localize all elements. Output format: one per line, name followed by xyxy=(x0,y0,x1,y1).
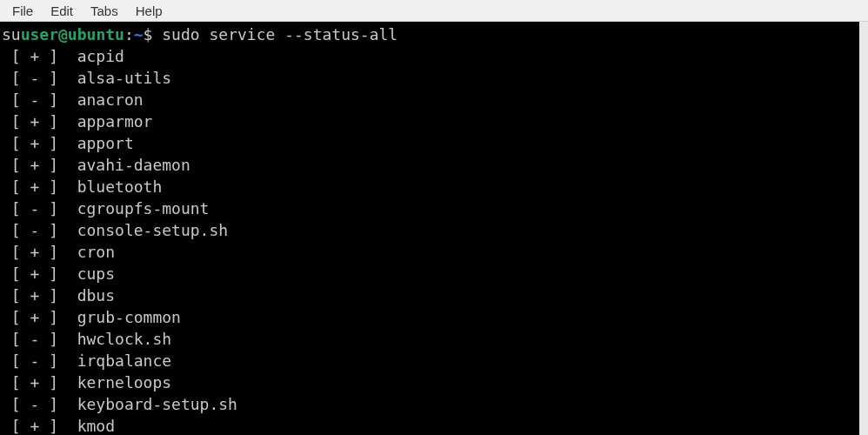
service-line: [ - ] cgroupfs-mount xyxy=(2,197,859,219)
prompt-colon: : xyxy=(124,23,134,45)
menu-tabs[interactable]: Tabs xyxy=(82,2,127,20)
service-line: [ - ] console-setup.sh xyxy=(2,219,859,241)
menubar: File Edit Tabs Help xyxy=(0,0,868,22)
service-line: [ + ] kmod xyxy=(2,415,859,435)
service-line: [ + ] dbus xyxy=(2,284,859,306)
service-line: [ + ] avahi-daemon xyxy=(2,154,859,176)
menu-file[interactable]: File xyxy=(3,2,42,20)
service-line: [ - ] alsa-utils xyxy=(2,67,859,89)
services-output: [ + ] acpid [ - ] alsa-utils [ - ] anacr… xyxy=(2,45,859,435)
service-line: [ + ] kerneloops xyxy=(2,371,859,393)
spacer xyxy=(152,23,162,45)
service-line: [ - ] hwclock.sh xyxy=(2,328,859,350)
menu-edit[interactable]: Edit xyxy=(42,2,82,20)
service-line: [ + ] cron xyxy=(2,241,859,263)
terminal-area[interactable]: suuser@ubuntu:~$ sudo service --status-a… xyxy=(0,22,859,435)
prompt-dollar: $ xyxy=(144,23,153,45)
scrollbar[interactable] xyxy=(859,22,868,435)
service-line: [ + ] grub-common xyxy=(2,306,859,328)
service-line: [ - ] keyboard-setup.sh xyxy=(2,393,859,415)
menu-help[interactable]: Help xyxy=(127,2,171,20)
service-line: [ + ] acpid xyxy=(2,45,859,67)
su-prefix: su xyxy=(2,23,21,45)
prompt-line: suuser@ubuntu:~$ sudo service --status-a… xyxy=(2,23,859,45)
service-line: [ + ] cups xyxy=(2,263,859,284)
prompt-userhost: user@ubuntu xyxy=(21,23,124,45)
service-line: [ + ] bluetooth xyxy=(2,176,859,197)
service-line: [ - ] anacron xyxy=(2,89,859,110)
service-line: [ - ] irqbalance xyxy=(2,350,859,371)
prompt-path: ~ xyxy=(134,23,144,45)
service-line: [ + ] apparmor xyxy=(2,110,859,132)
command-text: sudo service --status-all xyxy=(162,23,397,45)
service-line: [ + ] apport xyxy=(2,132,859,154)
